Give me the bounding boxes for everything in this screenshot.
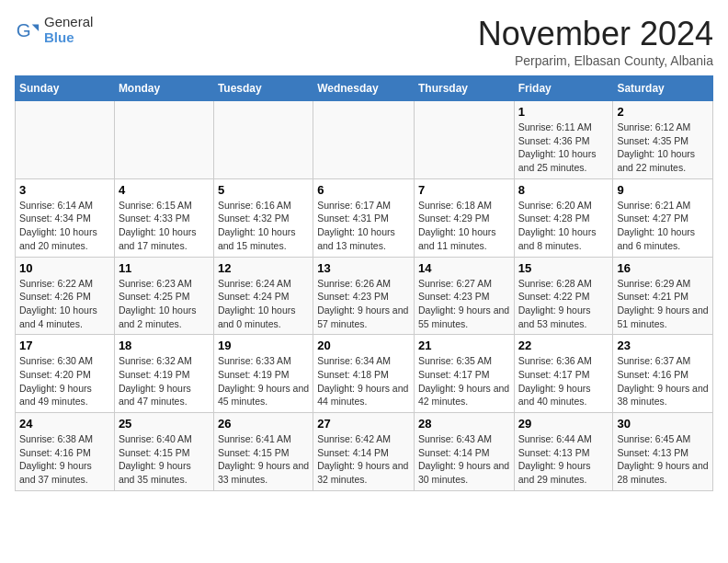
calendar-cell: 6Sunrise: 6:17 AM Sunset: 4:31 PM Daylig… — [313, 178, 415, 257]
calendar-cell: 24Sunrise: 6:38 AM Sunset: 4:16 PM Dayli… — [16, 413, 115, 491]
calendar-cell — [114, 101, 213, 179]
calendar-cell — [213, 101, 313, 179]
day-info: Sunrise: 6:28 AM Sunset: 4:22 PM Dayligh… — [518, 277, 609, 331]
calendar-cell: 12Sunrise: 6:24 AM Sunset: 4:24 PM Dayli… — [213, 257, 313, 335]
title-block: November 2024 Perparim, Elbasan County, … — [478, 15, 713, 68]
calendar-cell: 9Sunrise: 6:21 AM Sunset: 4:27 PM Daylig… — [613, 178, 713, 257]
calendar-cell: 11Sunrise: 6:23 AM Sunset: 4:25 PM Dayli… — [114, 257, 213, 335]
day-number: 22 — [518, 339, 609, 352]
day-number: 18 — [119, 339, 210, 352]
weekday-header: Wednesday — [313, 76, 415, 101]
weekday-header: Sunday — [16, 76, 115, 101]
day-number: 21 — [418, 339, 510, 352]
day-number: 30 — [617, 417, 709, 431]
calendar-cell: 29Sunrise: 6:44 AM Sunset: 4:13 PM Dayli… — [514, 413, 613, 491]
day-info: Sunrise: 6:27 AM Sunset: 4:23 PM Dayligh… — [418, 277, 510, 331]
calendar-cell — [313, 101, 415, 179]
day-info: Sunrise: 6:30 AM Sunset: 4:20 PM Dayligh… — [19, 354, 110, 408]
day-info: Sunrise: 6:22 AM Sunset: 4:26 PM Dayligh… — [19, 277, 110, 331]
calendar-cell: 28Sunrise: 6:43 AM Sunset: 4:14 PM Dayli… — [414, 413, 514, 491]
day-number: 16 — [617, 261, 709, 275]
day-number: 24 — [19, 417, 110, 431]
day-number: 7 — [418, 183, 510, 197]
month-title: November 2024 — [478, 15, 713, 53]
calendar-cell: 10Sunrise: 6:22 AM Sunset: 4:26 PM Dayli… — [16, 257, 115, 335]
day-info: Sunrise: 6:12 AM Sunset: 4:35 PM Dayligh… — [617, 121, 709, 175]
day-info: Sunrise: 6:20 AM Sunset: 4:28 PM Dayligh… — [518, 199, 609, 253]
day-info: Sunrise: 6:44 AM Sunset: 4:13 PM Dayligh… — [518, 432, 609, 487]
calendar-cell: 21Sunrise: 6:35 AM Sunset: 4:17 PM Dayli… — [414, 335, 514, 413]
calendar-cell: 22Sunrise: 6:36 AM Sunset: 4:17 PM Dayli… — [514, 335, 613, 413]
weekday-header: Tuesday — [213, 76, 313, 101]
calendar-week-row: 10Sunrise: 6:22 AM Sunset: 4:26 PM Dayli… — [16, 257, 713, 335]
calendar-cell: 23Sunrise: 6:37 AM Sunset: 4:16 PM Dayli… — [613, 335, 713, 413]
calendar-cell — [414, 101, 514, 179]
day-info: Sunrise: 6:32 AM Sunset: 4:19 PM Dayligh… — [119, 354, 210, 408]
day-number: 9 — [617, 183, 709, 197]
calendar-cell: 25Sunrise: 6:40 AM Sunset: 4:15 PM Dayli… — [114, 413, 213, 491]
calendar-cell: 3Sunrise: 6:14 AM Sunset: 4:34 PM Daylig… — [16, 178, 115, 257]
day-info: Sunrise: 6:29 AM Sunset: 4:21 PM Dayligh… — [617, 277, 709, 331]
weekday-header: Saturday — [613, 76, 713, 101]
day-info: Sunrise: 6:38 AM Sunset: 4:16 PM Dayligh… — [19, 432, 110, 487]
day-info: Sunrise: 6:35 AM Sunset: 4:17 PM Dayligh… — [418, 354, 510, 408]
day-info: Sunrise: 6:18 AM Sunset: 4:29 PM Dayligh… — [418, 199, 510, 253]
day-number: 27 — [317, 417, 410, 431]
logo-blue: Blue — [44, 30, 93, 46]
calendar-cell: 26Sunrise: 6:41 AM Sunset: 4:15 PM Dayli… — [213, 413, 313, 491]
day-number: 2 — [617, 105, 709, 119]
day-number: 10 — [19, 261, 110, 275]
day-info: Sunrise: 6:36 AM Sunset: 4:17 PM Dayligh… — [518, 354, 609, 408]
logo-general: General — [44, 15, 93, 30]
day-info: Sunrise: 6:42 AM Sunset: 4:14 PM Dayligh… — [317, 432, 410, 487]
calendar-cell: 30Sunrise: 6:45 AM Sunset: 4:13 PM Dayli… — [613, 413, 713, 491]
logo-text: General Blue — [44, 15, 93, 45]
calendar-cell: 5Sunrise: 6:16 AM Sunset: 4:32 PM Daylig… — [213, 178, 313, 257]
day-number: 4 — [119, 183, 210, 197]
calendar-cell: 13Sunrise: 6:26 AM Sunset: 4:23 PM Dayli… — [313, 257, 415, 335]
subtitle: Perparim, Elbasan County, Albania — [478, 53, 713, 68]
calendar-cell: 15Sunrise: 6:28 AM Sunset: 4:22 PM Dayli… — [514, 257, 613, 335]
day-number: 25 — [119, 417, 210, 431]
day-number: 11 — [119, 261, 210, 275]
day-info: Sunrise: 6:24 AM Sunset: 4:24 PM Dayligh… — [218, 277, 309, 331]
day-info: Sunrise: 6:23 AM Sunset: 4:25 PM Dayligh… — [119, 277, 210, 331]
day-number: 28 — [418, 417, 510, 431]
calendar-cell: 27Sunrise: 6:42 AM Sunset: 4:14 PM Dayli… — [313, 413, 415, 491]
page-header: G General Blue November 2024 Perparim, E… — [15, 15, 713, 68]
day-info: Sunrise: 6:17 AM Sunset: 4:31 PM Dayligh… — [317, 199, 410, 253]
calendar-cell: 8Sunrise: 6:20 AM Sunset: 4:28 PM Daylig… — [514, 178, 613, 257]
day-info: Sunrise: 6:26 AM Sunset: 4:23 PM Dayligh… — [317, 277, 410, 331]
calendar-cell: 4Sunrise: 6:15 AM Sunset: 4:33 PM Daylig… — [114, 178, 213, 257]
day-number: 15 — [518, 261, 609, 275]
day-info: Sunrise: 6:40 AM Sunset: 4:15 PM Dayligh… — [119, 432, 210, 487]
day-info: Sunrise: 6:33 AM Sunset: 4:19 PM Dayligh… — [218, 354, 309, 408]
day-info: Sunrise: 6:34 AM Sunset: 4:18 PM Dayligh… — [317, 354, 410, 408]
calendar-cell: 2Sunrise: 6:12 AM Sunset: 4:35 PM Daylig… — [613, 101, 713, 179]
day-info: Sunrise: 6:43 AM Sunset: 4:14 PM Dayligh… — [418, 432, 510, 487]
day-number: 13 — [317, 261, 410, 275]
day-number: 3 — [19, 183, 110, 197]
day-info: Sunrise: 6:37 AM Sunset: 4:16 PM Dayligh… — [617, 354, 709, 408]
day-number: 23 — [617, 339, 709, 352]
calendar-week-row: 3Sunrise: 6:14 AM Sunset: 4:34 PM Daylig… — [16, 178, 713, 257]
day-number: 17 — [19, 339, 110, 352]
calendar-cell: 17Sunrise: 6:30 AM Sunset: 4:20 PM Dayli… — [16, 335, 115, 413]
weekday-header: Thursday — [414, 76, 514, 101]
weekday-header: Friday — [514, 76, 613, 101]
day-info: Sunrise: 6:15 AM Sunset: 4:33 PM Dayligh… — [119, 199, 210, 253]
logo-icon: G — [15, 17, 40, 43]
day-number: 6 — [317, 183, 410, 197]
day-number: 26 — [218, 417, 309, 431]
calendar-cell: 20Sunrise: 6:34 AM Sunset: 4:18 PM Dayli… — [313, 335, 415, 413]
day-info: Sunrise: 6:11 AM Sunset: 4:36 PM Dayligh… — [518, 121, 609, 175]
day-info: Sunrise: 6:21 AM Sunset: 4:27 PM Dayligh… — [617, 199, 709, 253]
svg-text:G: G — [17, 18, 31, 40]
calendar-cell — [16, 101, 115, 179]
day-info: Sunrise: 6:41 AM Sunset: 4:15 PM Dayligh… — [218, 432, 309, 487]
calendar-table: SundayMondayTuesdayWednesdayThursdayFrid… — [15, 75, 713, 491]
logo: G General Blue — [15, 15, 93, 45]
day-info: Sunrise: 6:16 AM Sunset: 4:32 PM Dayligh… — [218, 199, 309, 253]
day-info: Sunrise: 6:45 AM Sunset: 4:13 PM Dayligh… — [617, 432, 709, 487]
day-number: 1 — [518, 105, 609, 119]
